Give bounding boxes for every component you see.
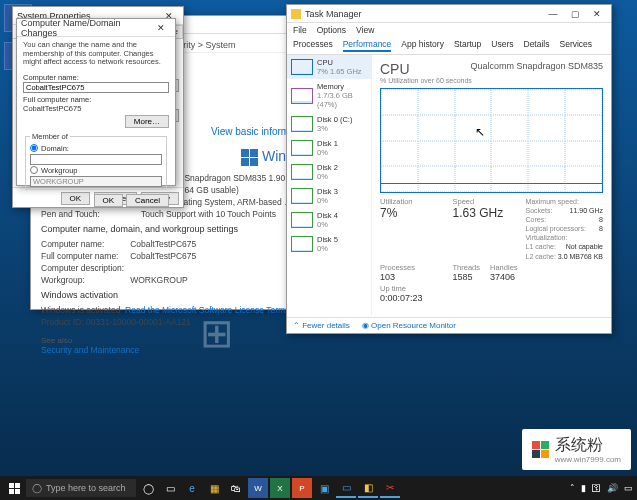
close-button[interactable]: ✕ — [587, 9, 607, 19]
name-domain-dialog: Computer Name/Domain Changes ✕ You can c… — [16, 18, 176, 186]
security-maintenance-link[interactable]: Security and Maintenance — [41, 345, 139, 355]
task-manager-window: Task Manager — ▢ ✕ File Options View Pro… — [286, 4, 612, 334]
tab-startup[interactable]: Startup — [454, 39, 481, 52]
powerpoint-icon[interactable]: P — [292, 478, 312, 498]
taskbar[interactable]: ◯ Type here to search ◯ ▭ e ▦ 🛍 W X P ▣ … — [0, 476, 637, 500]
pinned-app-icon[interactable]: ▣ — [314, 478, 334, 498]
name-info-table: Computer name:CobaltTestPC675 Full compu… — [41, 238, 202, 286]
tab-services[interactable]: Services — [559, 39, 592, 52]
sidebar-item-disk-5[interactable]: Disk 50% — [287, 232, 371, 256]
store-icon[interactable]: 🛍 — [226, 478, 246, 498]
more-button[interactable]: More… — [125, 115, 169, 128]
menu-options[interactable]: Options — [317, 25, 346, 35]
tm-title: Task Manager — [305, 9, 362, 19]
battery-icon[interactable]: ▮ — [581, 483, 586, 493]
system-tray[interactable]: ˄ ▮ ⚿ 🔊 ▭ — [570, 483, 633, 493]
snip-taskbar-icon[interactable]: ✂ — [380, 478, 400, 498]
computer-name-label: Computer name: — [23, 73, 169, 82]
full-name-value: CobaltTestPC675 — [23, 104, 169, 113]
cpu-model: Qualcomm Snapdragon SDM835 — [470, 61, 603, 71]
sidebar-item-disk-4[interactable]: Disk 40% — [287, 208, 371, 232]
sidebar-item-disk-3[interactable]: Disk 30% — [287, 184, 371, 208]
license-link[interactable]: Read the Microsoft Software License Term… — [125, 305, 289, 315]
close-button[interactable]: ✕ — [151, 23, 171, 33]
sidebar-item-disk-0-c-[interactable]: Disk 0 (C:)3% — [287, 112, 371, 136]
sidebar-item-disk-2[interactable]: Disk 20% — [287, 160, 371, 184]
notifications-icon[interactable]: ▭ — [624, 483, 633, 493]
ok-button[interactable]: OK — [94, 194, 124, 207]
member-of-group: Member of Domain: Workgroup — [25, 132, 167, 190]
task-view-icon[interactable]: ▭ — [160, 478, 180, 498]
domain-input[interactable] — [30, 154, 162, 165]
tray-up-icon[interactable]: ˄ — [570, 483, 575, 493]
tm-sidebar[interactable]: CPU7% 1.65 GHzMemory1.7/3.6 GB (47%)Disk… — [287, 55, 372, 315]
taskbar-search[interactable]: ◯ Type here to search — [26, 479, 136, 497]
task-manager-icon — [291, 9, 301, 19]
cancel-button[interactable]: Cancel — [126, 194, 169, 207]
start-button[interactable] — [4, 478, 24, 498]
util-caption: % Utilization over 60 seconds — [380, 77, 603, 84]
fewer-details-link[interactable]: ⌃ Fewer details — [293, 321, 350, 330]
tm-main-panel: Qualcomm Snapdragon SDM835 CPU % Utiliza… — [372, 55, 611, 315]
namedlg-description: You can change the name and the membersh… — [23, 41, 169, 67]
wifi-icon[interactable]: ⚿ — [592, 483, 601, 493]
volume-icon[interactable]: 🔊 — [607, 483, 618, 493]
resource-monitor-link[interactable]: ◉ Open Resource Monitor — [362, 321, 456, 330]
full-name-label: Full computer name: — [23, 95, 169, 104]
menu-view[interactable]: View — [356, 25, 374, 35]
see-also-label: See also — [41, 336, 499, 345]
word-icon[interactable]: W — [248, 478, 268, 498]
site-watermark: 系统粉www.win7999.com — [522, 429, 631, 470]
tab-performance[interactable]: Performance — [343, 39, 392, 52]
tm-menubar[interactable]: File Options View — [287, 23, 611, 37]
namedlg-title: Computer Name/Domain Changes — [21, 18, 151, 38]
sidebar-item-cpu[interactable]: CPU7% 1.65 GHz — [287, 55, 371, 79]
tab-app-history[interactable]: App history — [401, 39, 444, 52]
minimize-button[interactable]: — — [543, 9, 563, 19]
taskmgr-taskbar-icon[interactable]: ◧ — [358, 478, 378, 498]
workgroup-input — [30, 176, 162, 187]
cortana-icon[interactable]: ◯ — [138, 478, 158, 498]
sidebar-item-disk-1[interactable]: Disk 10% — [287, 136, 371, 160]
cpu-stats: Utilization7% Speed1.63 GHz Maximum spee… — [380, 197, 603, 303]
tm-titlebar[interactable]: Task Manager — ▢ ✕ — [287, 5, 611, 23]
sidebar-item-memory[interactable]: Memory1.7/3.6 GB (47%) — [287, 79, 371, 112]
tab-users[interactable]: Users — [491, 39, 513, 52]
cpu-graph[interactable] — [380, 88, 603, 193]
maximize-button[interactable]: ▢ — [565, 9, 585, 19]
excel-icon[interactable]: X — [270, 478, 290, 498]
system-taskbar-icon[interactable]: ▭ — [336, 478, 356, 498]
workgroup-radio[interactable] — [30, 166, 38, 174]
menu-file[interactable]: File — [293, 25, 307, 35]
domain-radio[interactable] — [30, 144, 38, 152]
tm-tabs[interactable]: Processes Performance App history Startu… — [287, 37, 611, 55]
computer-name-input[interactable] — [23, 82, 169, 93]
edge-icon[interactable]: e — [182, 478, 202, 498]
namedlg-titlebar[interactable]: Computer Name/Domain Changes ✕ — [17, 19, 175, 37]
explorer-icon[interactable]: ▦ — [204, 478, 224, 498]
tab-details[interactable]: Details — [524, 39, 550, 52]
tab-processes[interactable]: Processes — [293, 39, 333, 52]
